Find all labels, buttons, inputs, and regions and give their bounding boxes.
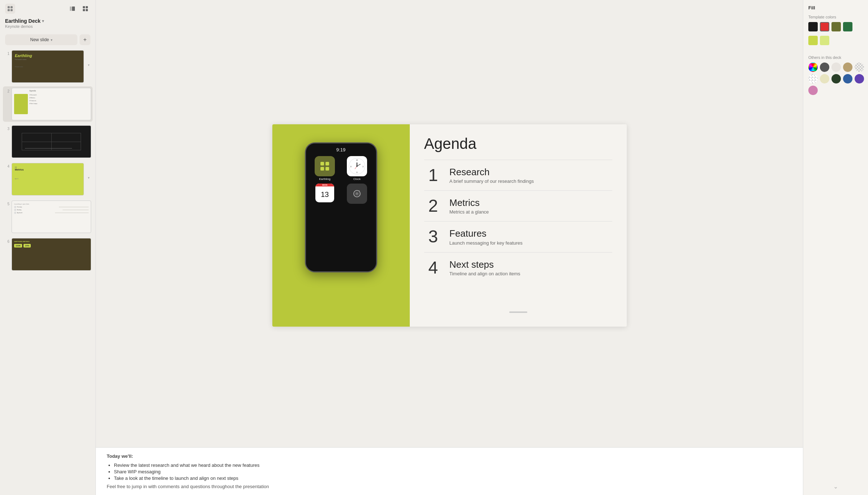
svg-rect-11 [326,162,329,165]
agenda-label-1: Research [450,167,612,178]
sidebar: Earthling Deck ▾ Keynote demos New slide… [0,0,96,495]
color-swatch-lime[interactable] [808,36,818,45]
color-swatch-pink[interactable] [808,86,818,95]
template-colors-row1 [808,22,863,31]
others-color-grid [808,63,863,95]
color-swatch-checker1[interactable] [855,63,864,72]
slide-thumbnail-6[interactable]: 6 EARTHLING METRICS 100K 20% [3,237,93,272]
slide-thumb-1: Earthling Pre-launch review Fit-launch r… [12,50,84,83]
svg-rect-2 [8,9,10,11]
fill-panel-title: Fill [808,5,863,10]
agenda-desc-4: Timeline and align on action items [450,271,612,276]
color-swatch-light-lime[interactable] [820,36,829,45]
svg-rect-4 [70,7,72,11]
app-logo-icon [5,4,15,14]
notes-bullets: Review the latest research and what we h… [114,462,792,481]
color-swatch-dark-gray[interactable] [820,63,829,72]
slide-thumb-5: Launching in open beta First away Brandi… [12,201,91,233]
template-colors-label: Template colors [808,15,863,19]
agenda-item-2: 2 Metrics Metrics at a glance [424,190,612,221]
camera-app-icon [347,184,367,204]
sidebar-toggle-button[interactable] [67,4,77,14]
svg-rect-6 [83,6,85,8]
agenda-desc-2: Metrics at a glance [450,209,612,215]
clock-app-block: 12 3 6 9 [342,156,372,181]
deck-title-chevron: ▾ [42,19,44,23]
slide-thumb-4: 02 Metrics April 11 [12,163,84,195]
notes-bullet-2: Share WIP messaging [114,469,792,474]
new-slide-button[interactable]: New slide ▾ [5,34,77,45]
color-swatch-tan[interactable] [843,63,852,72]
slide-thumbnail-2[interactable]: 2 Agenda 1 Research 2 Metrics 3 Features… [3,86,93,122]
agenda-label-3: Features [450,228,612,239]
svg-rect-9 [86,9,88,11]
slide-4-expand-icon: ▾ [86,176,91,180]
phone-time: 9:19 [309,147,373,152]
notes-area: Today we'll: Review the latest research … [96,447,803,495]
slide-thumbnail-4[interactable]: 4 02 Metrics April 11 ▾ [3,162,93,197]
svg-rect-1 [10,6,13,8]
svg-text:12: 12 [356,159,358,161]
add-slide-button[interactable]: + [80,34,90,45]
deck-subtitle: Keynote demos [5,24,90,29]
color-swatch-checker2[interactable] [808,74,818,83]
earthling-app-label: Earthling [319,177,331,181]
calendar-app-block: MON 13 [310,184,340,205]
color-swatch-blue[interactable] [843,74,852,83]
agenda-item-4: 4 Next steps Timeline and align on actio… [424,252,612,283]
slide-thumbnail-3[interactable]: 3 [3,124,93,159]
clock-app-label: Clock [353,177,361,181]
slide-progress-bar [424,309,612,316]
header-icons [67,4,90,14]
agenda-desc-3: Launch messaging for key features [450,240,612,246]
color-swatch-teal[interactable] [843,22,852,31]
svg-text:3: 3 [362,166,363,168]
phone-mockup: 9:19 [305,142,377,272]
slide-thumbnail-1[interactable]: 1 Earthling Pre-launch review Fit-launch… [3,49,93,84]
svg-point-26 [359,190,360,191]
slide-canvas-area: 9:19 [96,0,803,447]
svg-rect-8 [83,9,85,11]
main-content: 9:19 [96,0,803,495]
calendar-app-icon: MON 13 [315,184,334,202]
color-swatch-rainbow[interactable] [808,63,818,72]
agenda-label-4: Next steps [450,259,612,270]
notes-bullet-3: Take a look at the timeline to launch an… [114,475,792,481]
color-swatch-olive[interactable] [831,22,841,31]
notes-bullet-1: Review the latest research and what we h… [114,462,792,468]
svg-rect-10 [320,162,324,165]
color-swatch-dark-green[interactable] [831,74,841,83]
agenda-item-3: 3 Features Launch messaging for key feat… [424,221,612,252]
color-swatch-purple[interactable] [855,74,864,83]
slides-list: 1 Earthling Pre-launch review Fit-launch… [0,49,95,495]
grid-view-button[interactable] [80,4,90,14]
deck-title[interactable]: Earthling Deck ▾ [5,18,90,24]
phone-apps-grid: Earthling 12 3 [309,156,373,205]
sidebar-header [0,0,95,17]
others-section: Others in this deck [808,55,863,95]
slide-phone-image: 9:19 [272,124,410,327]
svg-rect-13 [326,167,329,171]
clock-face-svg: 12 3 6 9 [348,158,366,175]
slide-right-panel: Agenda 1 Research A brief summary of our… [410,124,627,327]
agenda-label-2: Metrics [450,197,612,208]
clock-app-icon: 12 3 6 9 [347,156,367,176]
fill-panel: Fill Template colors Others in this deck [803,0,868,495]
deck-title-area: Earthling Deck ▾ Keynote demos [0,17,95,32]
app-logo [5,4,15,14]
svg-rect-5 [72,7,75,11]
slide-thumb-3 [12,125,91,158]
template-colors-section: Template colors [808,15,863,50]
color-swatch-light-gray[interactable] [831,63,841,72]
scroll-down-icon: ⌄ [808,483,863,490]
color-swatch-red[interactable] [820,22,829,31]
color-swatch-cream[interactable] [820,74,829,83]
svg-rect-7 [86,6,88,8]
slide-left-panel: 9:19 [272,124,410,327]
color-swatch-black[interactable] [808,22,818,31]
svg-point-25 [356,193,358,195]
slide-thumbnail-5[interactable]: 5 Launching in open beta First away Bran… [3,199,93,234]
calendar-month: MON [315,184,334,186]
calendar-day: 13 [315,186,334,202]
svg-rect-3 [10,9,13,11]
